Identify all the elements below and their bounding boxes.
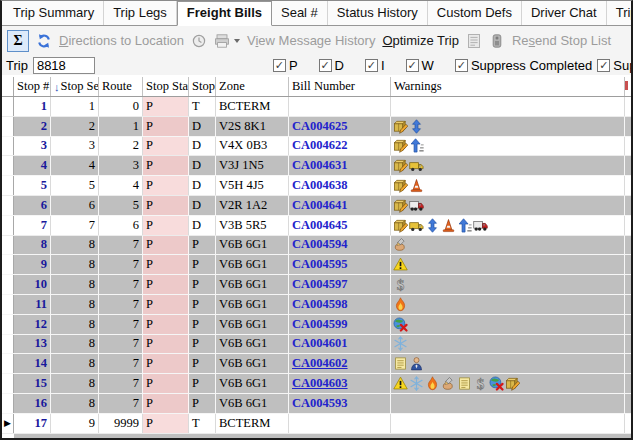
warnings-cell (391, 335, 625, 354)
tab-freight-bills[interactable]: Freight Bills (177, 1, 272, 26)
zone-cell: V4X 0B3 (216, 137, 289, 156)
tab-status-history[interactable]: Status History (328, 1, 428, 25)
flame-icon (425, 376, 440, 391)
tab-driver-chat[interactable]: Driver Chat (522, 1, 607, 25)
bill-number-link[interactable]: CA004593 (292, 396, 348, 411)
stop-status-cell: P (143, 97, 189, 116)
stop-type-cell: P (189, 354, 216, 373)
column-header-stop[interactable]: Stop (189, 77, 216, 96)
freight-bill-row[interactable]: 1487PPV6B 6G1CA004602 (2, 354, 631, 374)
checkbox-box-icon[interactable] (319, 59, 332, 72)
updown-arrows-icon (425, 218, 440, 233)
freight-bill-row[interactable]: 1587PPV6B 6G1CA004603 (2, 374, 631, 394)
bill-number-link[interactable]: CA004594 (292, 237, 348, 252)
freight-bill-row[interactable]: 332PDV4X 0B3CA004622 (2, 137, 631, 157)
freight-bill-row[interactable]: 443PDV3J 1N5CA004631 (2, 156, 631, 176)
bill-number-link[interactable]: CA004638 (292, 178, 348, 193)
stop-number-cell: 5 (14, 176, 51, 195)
directions-to-location-button[interactable]: Directions to Location (59, 33, 184, 48)
bill-number-cell: CA004638 (289, 176, 391, 195)
stop-number-cell: 13 (14, 335, 51, 354)
snowflake-icon (393, 336, 408, 351)
column-header-warnings[interactable]: Warnings (391, 77, 625, 96)
summation-toggle-button[interactable]: Σ (7, 30, 29, 52)
checkbox-box-icon[interactable] (455, 59, 468, 72)
tab-custom-defs[interactable]: Custom Defs (428, 1, 522, 25)
column-header-stop-se[interactable]: ↓Stop Se (51, 77, 99, 96)
bill-number-link[interactable]: CA004599 (292, 317, 348, 332)
memo-icon (457, 376, 472, 391)
stop-number-cell: 15 (14, 374, 51, 393)
column-header-stop-stat[interactable]: Stop Stat (143, 77, 189, 96)
bill-number-link[interactable]: CA004603 (292, 376, 348, 391)
freight-bill-row[interactable]: 1087PPV6B 6G1CA004597 (2, 275, 631, 295)
route-cell: 2 (99, 137, 143, 156)
column-header-stop-num[interactable]: Stop # (14, 77, 51, 96)
bill-number-link[interactable]: CA004625 (292, 119, 348, 134)
bill-number-link[interactable]: CA004601 (292, 336, 348, 351)
column-header-bill-number[interactable]: Bill Number (289, 77, 391, 96)
bill-number-link[interactable]: CA004641 (292, 198, 348, 213)
row-indicator-gutter (2, 255, 14, 274)
freight-bill-row[interactable]: 987PPV6B 6G1CA004595 (2, 255, 631, 275)
route-cell: 7 (99, 295, 143, 314)
view-message-history-button[interactable]: View Message History (247, 33, 375, 48)
checkbox-suppress[interactable]: Suppress (597, 58, 631, 73)
checkbox-box-icon[interactable] (406, 59, 419, 72)
tab-trip-summary[interactable]: Trip Summary (4, 1, 104, 25)
resend-stop-list-button[interactable]: Resend Stop List (512, 33, 611, 48)
checkbox-d[interactable]: D (319, 58, 344, 73)
route-cell: 7 (99, 335, 143, 354)
refresh-icon[interactable] (36, 33, 52, 49)
tab-seal-num[interactable]: Seal # (272, 1, 328, 25)
freight-bill-row[interactable]: 887PPV6B 6G1CA004594 (2, 236, 631, 256)
freight-bill-row[interactable]: 1387PPV6B 6G1CA004601 (2, 335, 631, 355)
zone-cell: BCTERM (216, 97, 289, 116)
stop-number-cell: 3 (14, 137, 51, 156)
stop-sequence-cell: 8 (51, 255, 99, 274)
column-header-zone[interactable]: Zone (216, 77, 289, 96)
checkbox-i[interactable]: I (365, 58, 385, 73)
print-icon[interactable] (214, 33, 230, 49)
checkbox-box-icon[interactable] (273, 59, 286, 72)
column-header-route[interactable]: Route (99, 77, 143, 96)
route-cell: 9999 (99, 414, 143, 433)
bill-number-link[interactable]: CA004602 (292, 356, 348, 371)
freight-bill-row[interactable]: 776PDV3B 5R5CA004645 (2, 216, 631, 236)
freight-bill-row[interactable]: 665PDV2R 1A2CA004641 (2, 196, 631, 216)
freight-bill-row[interactable]: 1799999PTBCTERM (2, 414, 631, 434)
row-indicator-gutter (2, 176, 14, 195)
trip-number-input[interactable] (33, 57, 95, 74)
checkbox-p[interactable]: P (273, 58, 298, 73)
freight-bill-row[interactable]: 110PTBCTERM (2, 97, 631, 117)
optimize-trip-button[interactable]: Optimize Trip (382, 33, 459, 48)
bill-number-link[interactable]: CA004595 (292, 257, 348, 272)
bill-number-link[interactable]: CA004598 (292, 297, 348, 312)
cargo-edit-icon (393, 138, 408, 153)
freight-bill-row[interactable]: 1187PPV6B 6G1CA004598 (2, 295, 631, 315)
checkbox-box-icon[interactable] (365, 59, 378, 72)
stop-sequence-cell: 8 (51, 295, 99, 314)
bill-number-link[interactable]: CA004597 (292, 277, 348, 292)
route-cell: 1 (99, 117, 143, 136)
warnings-cell (391, 137, 625, 156)
tab-trip-filters[interactable]: Trip Filters (607, 1, 633, 25)
freight-bill-row[interactable]: 221PDV2S 8K1CA004625 (2, 117, 631, 137)
freight-bill-row[interactable]: 1687PPV6B 6G1CA004593 (2, 394, 631, 414)
checkbox-suppress-completed[interactable]: Suppress Completed (455, 58, 592, 73)
freight-bill-row[interactable]: 554PDV5H 4J5CA004638 (2, 176, 631, 196)
column-edge-sliver (625, 236, 631, 255)
stop-sequence-cell: 3 (51, 137, 99, 156)
freight-bill-row[interactable]: 1287PPV6B 6G1CA004599 (2, 315, 631, 335)
checkbox-w[interactable]: W (406, 58, 434, 73)
stop-type-cell: D (189, 117, 216, 136)
bill-number-link[interactable]: CA004645 (292, 218, 348, 233)
bill-number-link[interactable]: CA004631 (292, 158, 348, 173)
stop-status-cell: P (143, 196, 189, 215)
tab-trip-legs[interactable]: Trip Legs (104, 1, 177, 25)
bill-number-cell: CA004631 (289, 156, 391, 175)
checkbox-box-icon[interactable] (597, 59, 610, 72)
zone-cell: V6B 6G1 (216, 295, 289, 314)
print-dropdown-caret-icon[interactable] (234, 39, 240, 43)
bill-number-link[interactable]: CA004622 (292, 138, 348, 153)
